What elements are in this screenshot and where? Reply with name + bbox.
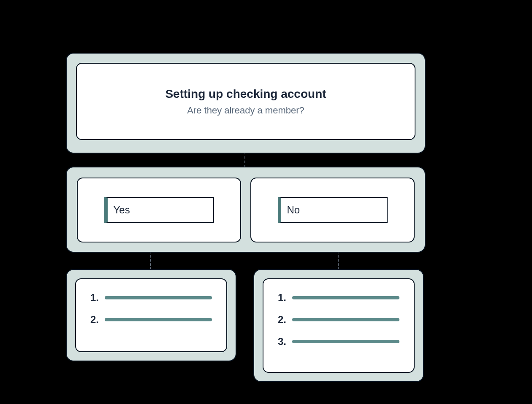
question-card: Setting up checking account Are they alr… [76, 63, 415, 140]
option-no[interactable]: No [278, 197, 388, 223]
choice-card-no: No [250, 178, 415, 242]
diagram-stage: Setting up checking account Are they alr… [0, 0, 532, 404]
step-placeholder-bar [105, 296, 212, 299]
question-subtitle: Are they already a member? [187, 105, 304, 116]
list-item: 1. [278, 292, 399, 304]
step-placeholder-bar [292, 340, 399, 343]
choice-card-yes: Yes [77, 178, 241, 242]
step-number: 3. [278, 336, 292, 347]
step-placeholder-bar [105, 318, 212, 321]
list-item: 1. [90, 292, 212, 304]
option-yes-label: Yes [114, 204, 130, 216]
connector-top-to-choices [244, 152, 245, 167]
step-number: 1. [90, 292, 105, 304]
steps-panel-yes: 1. 2. [66, 269, 236, 361]
step-placeholder-bar [292, 318, 399, 321]
step-number: 1. [278, 292, 292, 304]
question-panel: Setting up checking account Are they alr… [66, 53, 426, 154]
step-number: 2. [278, 314, 292, 326]
list-item: 3. [278, 336, 399, 347]
option-no-label: No [287, 204, 300, 216]
list-item: 2. [278, 314, 399, 326]
step-number: 2. [90, 314, 105, 326]
step-placeholder-bar [292, 296, 399, 299]
steps-panel-no: 1. 2. 3. [253, 269, 424, 382]
question-title: Setting up checking account [165, 87, 326, 101]
connector-no-to-steps [338, 251, 339, 270]
steps-card-no: 1. 2. 3. [263, 278, 415, 373]
choices-panel: Yes No [66, 167, 426, 253]
connector-yes-to-steps [150, 251, 151, 270]
steps-card-yes: 1. 2. [75, 278, 227, 352]
list-item: 2. [90, 314, 212, 326]
option-yes[interactable]: Yes [104, 197, 214, 223]
